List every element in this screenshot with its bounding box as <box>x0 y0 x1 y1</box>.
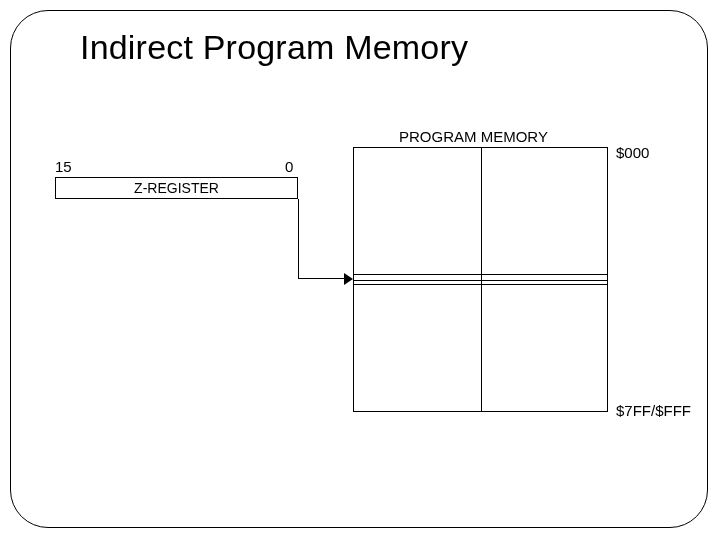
memory-horizontal-divider <box>354 280 607 281</box>
memory-start-address: $000 <box>616 144 649 161</box>
memory-end-address: $7FF/$FFF <box>616 402 691 419</box>
pointer-line-vertical <box>298 199 299 279</box>
register-high-bit-label: 15 <box>55 158 72 175</box>
pointer-line-horizontal <box>298 278 350 279</box>
register-low-bit-label: 0 <box>285 158 293 175</box>
slide-title: Indirect Program Memory <box>80 28 468 67</box>
memory-pointer-slot-bottom <box>353 284 608 285</box>
memory-pointer-slot-top <box>353 274 608 275</box>
program-memory-box <box>353 147 608 412</box>
program-memory-label: PROGRAM MEMORY <box>399 128 548 145</box>
pointer-arrowhead-icon <box>344 273 353 285</box>
z-register-box: Z-REGISTER <box>55 177 298 199</box>
